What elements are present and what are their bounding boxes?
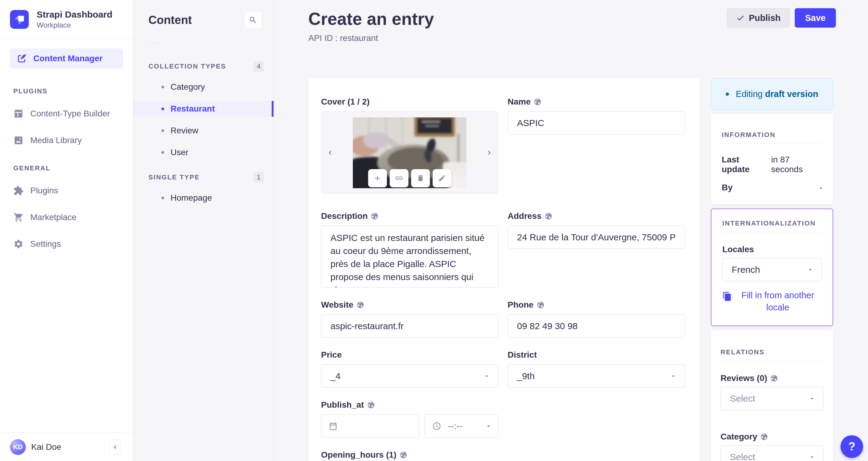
phone-input[interactable] [507,314,685,338]
carousel-prev-button[interactable] [326,149,334,157]
subnav-item-review[interactable]: Review [133,123,274,139]
nav-item-label: Content-Type Builder [30,109,110,118]
user-name: Kai Doe [31,442,61,452]
price-select[interactable]: _4 [321,364,498,388]
avatar: KD [10,439,26,455]
category-placeholder: Select [730,452,755,461]
internationalization-title: INTERNATIONALIZATION [722,220,822,227]
pencil-icon [438,174,446,182]
collapse-sidebar-button[interactable] [109,439,121,455]
feather-icon [17,53,27,64]
reviews-label: Reviews (0) [720,373,767,383]
locales-label: Locales [722,244,754,254]
relations-title: RELATIONS [720,348,824,356]
puzzle-icon [13,185,24,196]
nav-item-label: Media Library [30,136,82,145]
nav-item-plugins[interactable]: Plugins [13,185,123,196]
copy-link-button[interactable] [390,169,408,187]
reviews-select[interactable]: Select [720,387,824,410]
picture-icon [13,135,24,145]
globe-icon [367,401,375,409]
fill-link-label: Fill in from another locale [734,289,822,313]
add-asset-button[interactable] [368,169,387,187]
address-label: Address [507,211,541,221]
by-row: By - [722,183,822,193]
calendar-icon [329,422,338,431]
opening-hours-field: Opening_hours (1) [321,450,498,460]
globe-icon [400,451,407,459]
main-nav-list: Content Manager PLUGINS Content-Type Bui… [0,39,133,249]
subnav-item-restaurant[interactable]: Restaurant [133,101,274,117]
app-window: Strapi Dashboard Workplace Content Manag… [0,0,868,461]
district-field: District _9th [507,350,685,388]
website-field: Website [321,300,498,338]
entry-side-panel: Editing draft version INFORMATION Last u… [711,78,833,461]
fill-from-locale-link[interactable]: Fill in from another locale [722,289,822,313]
locale-value: French [732,265,760,275]
divider [720,361,824,361]
locales-select[interactable]: French [722,258,822,281]
delete-asset-button[interactable] [411,169,430,187]
nav-item-label: Marketplace [30,212,76,222]
price-field: Price _4 [321,350,498,388]
draft-status-banner: Editing draft version [711,78,833,110]
cover-label: Cover (1 / 2) [321,97,370,107]
main-content: Create an entry API ID : restaurant Publ… [274,0,868,461]
globe-icon [770,374,778,382]
status-dot [726,92,729,96]
opening-hours-label: Opening_hours (1) [321,450,397,460]
description-textarea[interactable]: ASPIC est un restaurant parisien situé a… [321,226,498,288]
nav-item-content-type-builder[interactable]: Content-Type Builder [13,109,123,119]
name-field: Name [507,97,685,194]
cover-field: Cover (1 / 2) [321,97,498,194]
trash-icon [416,174,424,182]
subnav-item-user[interactable]: User [133,145,274,160]
globe-icon [545,212,552,220]
chevron-down-icon [809,454,815,460]
content-subnav: Content COLLECTION TYPES 4 Category Rest… [133,0,274,461]
divider [722,232,822,232]
link-icon [395,174,403,182]
publish-at-label: Publish_at [321,400,364,410]
name-input[interactable] [507,111,685,135]
subnav-item-category[interactable]: Category [133,79,274,95]
brand-subtitle: Workplace [37,21,112,30]
subnav-item-homepage[interactable]: Homepage [133,190,274,206]
globe-icon [534,98,541,106]
publish-button[interactable]: Publish [727,8,790,28]
help-button[interactable]: ? [840,435,863,458]
search-button[interactable] [244,11,262,29]
save-button[interactable]: Save [795,8,836,28]
nav-item-label: Settings [30,239,61,249]
brand-block: Strapi Dashboard Workplace [0,0,133,39]
publish-at-time-select[interactable]: --:-- [425,414,498,438]
clock-icon [432,422,441,431]
edit-asset-button[interactable] [433,169,451,187]
layout-icon [13,109,24,119]
globe-icon [537,301,545,309]
chevron-down-icon [484,373,490,379]
district-value: _9th [517,371,534,381]
phone-field: Phone [507,300,685,338]
last-update-label: Last update [722,155,768,174]
nav-item-label: Plugins [30,186,58,196]
nav-item-settings[interactable]: Settings [13,239,123,249]
publish-label: Publish [749,13,781,23]
publish-at-date-input[interactable] [321,414,419,438]
information-card: INFORMATION Last update in 87 seconds By… [711,114,833,205]
globe-icon [760,433,768,441]
copy-icon [722,292,732,301]
category-select[interactable]: Select [720,445,824,461]
count-badge: 4 [253,61,264,72]
chevron-down-icon [807,266,813,273]
website-input[interactable] [321,314,498,338]
nav-item-marketplace[interactable]: Marketplace [13,212,123,223]
internationalization-card: INTERNATIONALIZATION Locales French Fill… [711,208,833,326]
nav-item-media-library[interactable]: Media Library [13,135,123,145]
address-input[interactable] [507,226,685,249]
carousel-next-button[interactable] [485,149,493,157]
name-label: Name [507,97,531,107]
nav-item-content-manager[interactable]: Content Manager [10,49,123,68]
phone-label: Phone [507,300,534,310]
district-select[interactable]: _9th [507,364,685,388]
